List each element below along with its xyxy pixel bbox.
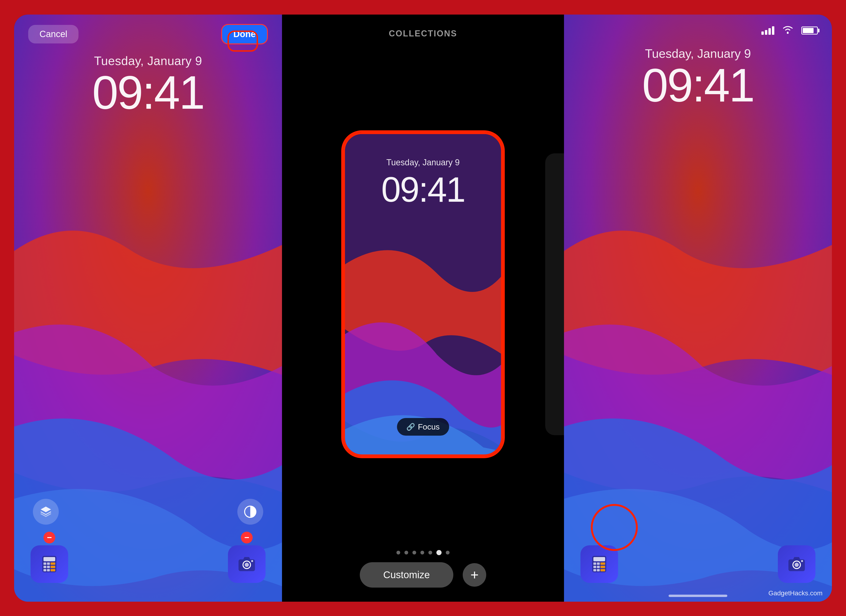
svg-rect-29 bbox=[597, 569, 600, 571]
focus-pill[interactable]: 🔗 Focus bbox=[397, 418, 449, 436]
preview-time: 09:41 bbox=[345, 169, 501, 210]
time-display-right: 09:41 bbox=[564, 62, 832, 109]
customize-button[interactable]: Customize bbox=[360, 562, 453, 588]
svg-rect-4 bbox=[44, 562, 46, 565]
watermark: GadgetHacks.com bbox=[768, 590, 822, 597]
dot-1[interactable] bbox=[397, 551, 400, 554]
svg-rect-3 bbox=[44, 557, 55, 561]
top-bar-right bbox=[564, 15, 832, 42]
calculator-container: − bbox=[31, 532, 68, 583]
signal-icon bbox=[761, 26, 774, 35]
svg-point-15 bbox=[245, 563, 249, 567]
dot-5[interactable] bbox=[428, 551, 432, 554]
done-button[interactable]: Done bbox=[221, 24, 268, 44]
phone-left: Cancel Done Tuesday, January 9 09:41 bbox=[14, 15, 282, 602]
svg-rect-30 bbox=[601, 569, 605, 571]
camera-container: − bbox=[228, 532, 266, 583]
cancel-button[interactable]: Cancel bbox=[28, 25, 78, 44]
svg-rect-22 bbox=[593, 562, 596, 565]
icon-row-bottom: − bbox=[28, 532, 268, 583]
camera-container-right bbox=[778, 545, 815, 583]
layers-button[interactable] bbox=[33, 499, 59, 525]
lock-date-right: Tuesday, January 9 bbox=[564, 42, 832, 62]
lock-time-right: 09:41 bbox=[564, 62, 832, 111]
add-button[interactable]: + bbox=[463, 563, 486, 587]
calculator-icon-right[interactable] bbox=[580, 545, 618, 583]
lock-time-left: 09:41 bbox=[14, 69, 282, 118]
lock-date-left: Tuesday, January 9 bbox=[14, 49, 282, 69]
dot-2[interactable] bbox=[404, 551, 408, 554]
collections-label: COLLECTIONS bbox=[389, 29, 457, 38]
battery-icon bbox=[801, 26, 818, 35]
svg-point-33 bbox=[795, 563, 799, 567]
svg-rect-28 bbox=[593, 569, 596, 571]
bottom-controls-left: − bbox=[14, 494, 282, 602]
camera-icon-left[interactable] bbox=[228, 545, 266, 583]
screens-container: Cancel Done Tuesday, January 9 09:41 bbox=[14, 15, 832, 602]
dot-3[interactable] bbox=[413, 551, 416, 554]
svg-rect-11 bbox=[47, 569, 50, 571]
svg-rect-9 bbox=[50, 566, 55, 568]
svg-rect-27 bbox=[601, 566, 605, 568]
bottom-bar-middle: Customize + bbox=[360, 562, 486, 588]
svg-rect-25 bbox=[593, 566, 596, 568]
phone-preview[interactable]: Tuesday, January 9 09:41 🔗 Focus bbox=[343, 132, 503, 456]
focus-label: Focus bbox=[418, 422, 440, 431]
phone-preview-container: Tuesday, January 9 09:41 🔗 Focus bbox=[282, 45, 564, 543]
outer-frame: Cancel Done Tuesday, January 9 09:41 bbox=[9, 9, 837, 607]
phone-right: Tuesday, January 9 09:41 bbox=[564, 15, 832, 602]
svg-point-34 bbox=[801, 560, 803, 562]
icon-row-bottom-right bbox=[578, 545, 818, 583]
svg-rect-6 bbox=[50, 562, 55, 565]
svg-rect-10 bbox=[44, 569, 46, 571]
contrast-button[interactable] bbox=[237, 499, 263, 525]
svg-rect-23 bbox=[597, 562, 600, 565]
dots-row bbox=[397, 550, 449, 555]
dot-7[interactable] bbox=[446, 551, 449, 554]
svg-rect-8 bbox=[47, 566, 50, 568]
focus-icon: 🔗 bbox=[406, 423, 415, 431]
calculator-icon[interactable] bbox=[31, 545, 68, 583]
phone-shadow bbox=[545, 153, 564, 435]
svg-rect-5 bbox=[47, 562, 50, 565]
date-display-left: Tuesday, January 9 bbox=[14, 54, 282, 68]
svg-rect-26 bbox=[597, 566, 600, 568]
battery-fill bbox=[803, 28, 814, 33]
calculator-container-right bbox=[580, 545, 618, 583]
svg-rect-21 bbox=[593, 557, 605, 561]
dot-6-active[interactable] bbox=[436, 550, 442, 555]
svg-rect-7 bbox=[44, 566, 46, 568]
svg-point-19 bbox=[787, 32, 789, 34]
svg-point-16 bbox=[251, 560, 253, 562]
phone-middle: COLLECTIONS Tuesday, January 9 09:41 bbox=[282, 15, 564, 602]
time-display-left: 09:41 bbox=[14, 69, 282, 116]
camera-icon-right[interactable] bbox=[778, 545, 815, 583]
preview-date: Tuesday, January 9 bbox=[345, 158, 501, 167]
remove-badge-calculator[interactable]: − bbox=[44, 532, 55, 543]
svg-rect-24 bbox=[601, 562, 605, 565]
remove-badge-camera[interactable]: − bbox=[241, 532, 253, 543]
svg-rect-12 bbox=[50, 569, 55, 571]
icon-row-top bbox=[28, 499, 268, 532]
date-display-right: Tuesday, January 9 bbox=[564, 47, 832, 60]
top-bar-left: Cancel Done bbox=[14, 15, 282, 49]
wifi-icon bbox=[781, 24, 794, 37]
dot-4[interactable] bbox=[420, 551, 424, 554]
